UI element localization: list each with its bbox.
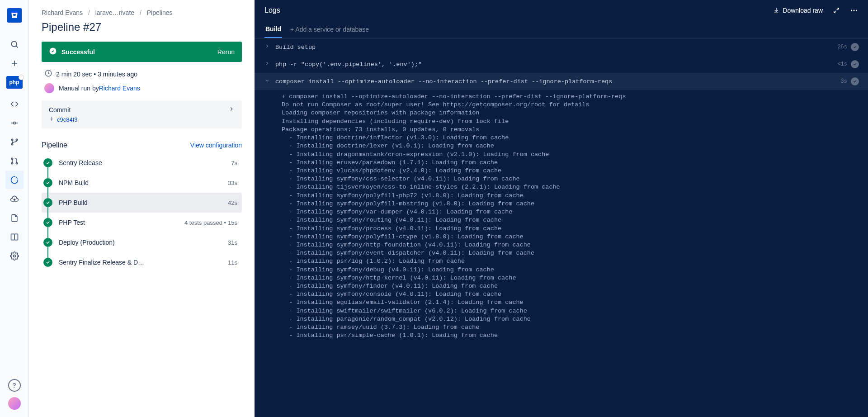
svg-point-12 [51, 118, 52, 120]
download-raw-button[interactable]: Download raw [773, 7, 823, 14]
log-duration: 3s [841, 78, 847, 85]
pipeline-sidebar: Richard Evans / larave…rivate / Pipeline… [29, 0, 255, 417]
log-line: - Installing symfony/var-dumper (v4.0.11… [282, 208, 859, 216]
svg-point-3 [16, 139, 17, 140]
run-prefix: Manual run by [59, 85, 99, 92]
breadcrumb-link[interactable]: Richard Evans [42, 9, 83, 16]
step-name: NPM Build [59, 179, 228, 186]
commits-icon[interactable] [5, 114, 24, 132]
step-substatus: 4 tests passed • [184, 219, 226, 226]
downloads-icon[interactable] [5, 209, 24, 227]
pipeline-section-title: Pipeline [42, 141, 67, 149]
pipeline-step[interactable]: Deploy (Production)31s [42, 232, 242, 252]
rerun-button[interactable]: Rerun [217, 48, 235, 56]
breadcrumb-link[interactable]: larave…rivate [95, 9, 134, 16]
svg-point-5 [11, 158, 13, 159]
chevron-icon [264, 78, 271, 85]
status-label: Successful [61, 48, 217, 56]
pipelines-icon[interactable] [5, 171, 24, 189]
deployments-icon[interactable] [5, 190, 24, 208]
bitbucket-logo[interactable] [7, 8, 22, 23]
log-link[interactable]: https://getcomposer.org/root [443, 101, 545, 108]
log-success-icon [851, 43, 859, 51]
plus-icon[interactable] [5, 54, 24, 72]
status-banner: Successful Rerun [42, 42, 242, 62]
breadcrumb-link[interactable]: Pipelines [147, 9, 173, 16]
user-avatar[interactable] [8, 397, 21, 410]
search-icon[interactable] [5, 35, 24, 53]
help-icon[interactable]: ? [8, 379, 21, 392]
log-line: - Installing psr/log (1.0.2): Loading fr… [282, 257, 859, 265]
log-line: - Installing symfony/debug (v4.0.11): Lo… [282, 266, 859, 274]
log-line: Loading composer repositories with packa… [282, 109, 859, 117]
log-line: - Installing vlucas/phpdotenv (v2.4.0): … [282, 167, 859, 175]
branches-icon[interactable] [5, 133, 24, 151]
log-line: - Installing doctrine/inflector (v1.3.0)… [282, 134, 859, 142]
pipeline-step[interactable]: PHP Build42s [42, 193, 242, 213]
log-line: - Installing symfony/event-dispatcher (v… [282, 249, 859, 257]
log-line: - Installing symfony/console (v4.0.11): … [282, 290, 859, 299]
chevron-icon [264, 43, 271, 51]
pipeline-step[interactable]: Sentry Release7s [42, 153, 242, 173]
log-command: Build setup [275, 44, 837, 51]
step-time: 15s [228, 219, 237, 226]
step-time: 31s [228, 239, 237, 246]
commit-card[interactable]: Commit c9c84f3 [42, 100, 242, 128]
page-title: Pipeline #27 [42, 21, 242, 33]
step-name: Deploy (Production) [59, 239, 228, 246]
add-service-link[interactable]: + Add a service or database [290, 26, 369, 33]
chevron-right-icon [228, 106, 235, 114]
step-name: Sentry Finalize Release & D… [59, 259, 228, 266]
log-line: - Installing swiftmailer/swiftmailer (v6… [282, 307, 859, 315]
log-line: - Installing symfony/polyfill-mbstring (… [282, 200, 859, 208]
log-line: - Installing symfony/css-selector (v4.0.… [282, 175, 859, 183]
log-line: - Installing symfony/polyfill-php72 (v1.… [282, 192, 859, 200]
step-time: 33s [228, 180, 237, 186]
settings-icon[interactable] [5, 247, 24, 265]
log-line: - Installing egulias/email-validator (2.… [282, 299, 859, 307]
more-icon[interactable] [850, 6, 858, 14]
log-success-icon [851, 60, 859, 68]
author-link[interactable]: Richard Evans [99, 85, 140, 92]
logs-title: Logs [264, 6, 763, 14]
pipeline-step[interactable]: Sentry Finalize Release & D…11s [42, 252, 242, 272]
log-line: - Installing paragonie/random_compat (v2… [282, 315, 859, 323]
log-line: - Installing symfony/http-foundation (v4… [282, 241, 859, 249]
expand-icon[interactable] [833, 7, 840, 14]
step-success-icon [43, 238, 52, 247]
boards-icon[interactable] [5, 228, 24, 246]
logs-panel: Logs Download raw Build + Add a service … [255, 0, 868, 417]
log-group-header[interactable]: php -r "copy('.env.pipelines', '.env');"… [255, 56, 868, 73]
breadcrumb: Richard Evans / larave…rivate / Pipeline… [42, 9, 242, 16]
pull-requests-icon[interactable] [5, 152, 24, 170]
log-line: - Installing symfony/polyfill-ctype (v1.… [282, 233, 859, 241]
step-success-icon [43, 198, 52, 207]
log-line: - Installing erusev/parsedown (1.7.1): L… [282, 159, 859, 167]
svg-point-6 [11, 162, 13, 164]
step-success-icon [43, 178, 52, 187]
log-command: php -r "copy('.env.pipelines', '.env');" [275, 61, 837, 68]
repo-badge[interactable]: php [6, 76, 23, 89]
log-body[interactable]: Build setup26sphp -r "copy('.env.pipelin… [255, 38, 868, 417]
pipeline-step[interactable]: PHP Test4 tests passed • 15s [42, 213, 242, 232]
log-group-header[interactable]: composer install --optimize-autoloader -… [255, 73, 868, 90]
tab-build[interactable]: Build [264, 21, 282, 38]
view-configuration-link[interactable]: View configuration [190, 142, 242, 149]
clock-icon [44, 69, 52, 79]
log-line: Installing dependencies (including requi… [282, 118, 859, 126]
pipeline-step[interactable]: NPM Build33s [42, 173, 242, 193]
log-group-header[interactable]: Build setup26s [255, 38, 868, 56]
log-success-icon [851, 77, 859, 85]
step-success-icon [43, 218, 52, 227]
log-line: - Installing symfony/finder (v4.0.11): L… [282, 282, 859, 290]
source-icon[interactable] [5, 95, 24, 113]
log-line: - Installing dragonmantank/cron-expressi… [282, 151, 859, 159]
global-nav-rail: php ? [0, 0, 29, 417]
chevron-icon [264, 61, 271, 68]
duration-text: 2 min 20 sec • 3 minutes ago [56, 71, 137, 78]
step-success-icon [43, 158, 52, 167]
run-author: Manual run by Richard Evans [42, 83, 242, 93]
log-line: - Installing symfony/routing (v4.0.11): … [282, 216, 859, 224]
svg-point-2 [11, 139, 13, 140]
log-lines: + composer install --optimize-autoloader… [255, 90, 868, 343]
